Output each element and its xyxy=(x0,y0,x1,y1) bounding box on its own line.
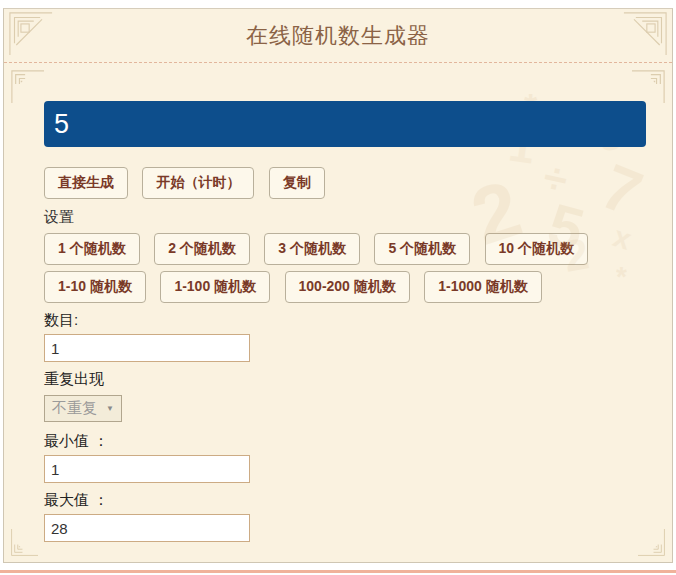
min-label: 最小值 ： xyxy=(44,432,648,451)
min-input[interactable] xyxy=(44,455,250,483)
copy-button[interactable]: 复制 xyxy=(269,167,325,199)
page-header: 在线随机数生成器 xyxy=(4,9,672,63)
start-timer-button[interactable]: 开始（计时） xyxy=(142,167,254,199)
preset-2-random-button[interactable]: 2 个随机数 xyxy=(154,233,250,265)
generate-button[interactable]: 直接生成 xyxy=(44,167,128,199)
generator-form: 2÷57*2x3*1 5 直接生成 开始（计时） 复制 设置 1 个随机数 2 … xyxy=(4,63,672,562)
meander-corner-bottom-left-icon xyxy=(10,529,38,557)
max-label: 最大值 ： xyxy=(44,491,648,510)
count-label: 数目: xyxy=(44,311,648,330)
preset-3-random-button[interactable]: 3 个随机数 xyxy=(264,233,360,265)
preset-10-random-button[interactable]: 10 个随机数 xyxy=(485,233,588,265)
repeat-select[interactable]: 不重复 ▼ xyxy=(44,395,122,422)
preset-1-100-button[interactable]: 1-100 随机数 xyxy=(160,271,270,303)
preset-row-range: 1-10 随机数 1-100 随机数 100-200 随机数 1-1000 随机… xyxy=(44,271,648,303)
meander-corner-top-left-icon xyxy=(10,69,44,103)
result-display: 5 xyxy=(44,101,646,147)
meander-corner-top-right-icon xyxy=(632,69,666,103)
preset-1-random-button[interactable]: 1 个随机数 xyxy=(44,233,140,265)
preset-100-200-button[interactable]: 100-200 随机数 xyxy=(285,271,410,303)
max-input[interactable] xyxy=(44,514,250,542)
settings-label: 设置 xyxy=(44,208,648,227)
section-divider xyxy=(0,570,676,573)
generator-panel: 在线随机数生成器 2÷57*2x3*1 5 直接生成 开始（计时） 复制 设置 … xyxy=(3,8,673,563)
repeat-select-value: 不重复 xyxy=(52,399,97,418)
repeat-label: 重复出现 xyxy=(44,370,648,389)
preset-5-random-button[interactable]: 5 个随机数 xyxy=(374,233,470,265)
count-input[interactable] xyxy=(44,334,250,362)
page-title: 在线随机数生成器 xyxy=(4,9,672,63)
preset-1-1000-button[interactable]: 1-1000 随机数 xyxy=(424,271,541,303)
preset-1-10-button[interactable]: 1-10 随机数 xyxy=(44,271,146,303)
actions-row: 直接生成 开始（计时） 复制 xyxy=(44,167,648,199)
preset-row-count: 1 个随机数 2 个随机数 3 个随机数 5 个随机数 10 个随机数 xyxy=(44,233,648,265)
meander-corner-bottom-right-icon xyxy=(638,529,666,557)
chevron-down-icon: ▼ xyxy=(106,404,114,413)
